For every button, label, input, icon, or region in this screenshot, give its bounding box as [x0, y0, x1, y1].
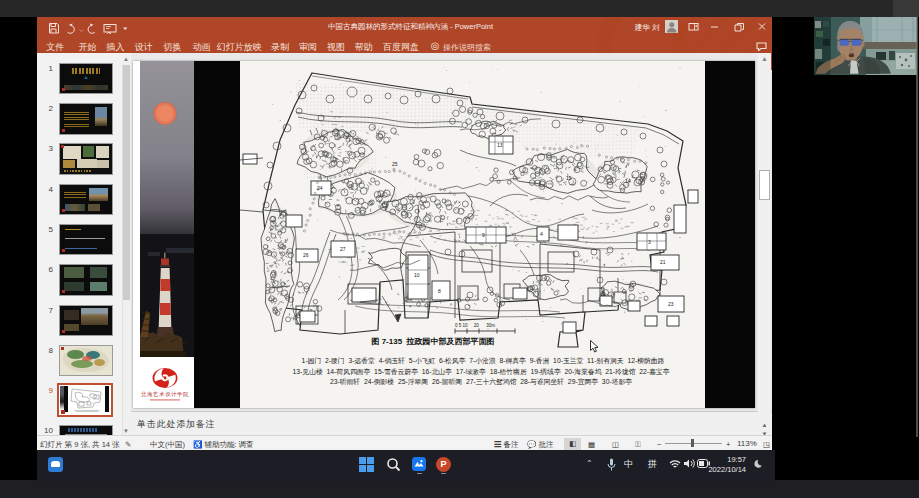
svg-text:27: 27 — [340, 246, 346, 252]
svg-text:0 5 10 20 30m: 0 5 10 20 30m — [455, 323, 495, 328]
svg-text:26: 26 — [303, 252, 309, 258]
svg-text:21: 21 — [660, 259, 666, 265]
svg-text:10: 10 — [414, 272, 420, 278]
svg-text:13: 13 — [497, 142, 503, 148]
svg-text:8: 8 — [438, 288, 441, 294]
svg-text:23: 23 — [668, 301, 674, 307]
svg-text:25: 25 — [392, 161, 398, 167]
svg-text:14: 14 — [625, 178, 631, 184]
svg-text:15: 15 — [566, 175, 572, 181]
svg-text:4: 4 — [540, 231, 543, 237]
svg-text:9: 9 — [482, 232, 485, 238]
svg-text:3: 3 — [648, 239, 651, 245]
